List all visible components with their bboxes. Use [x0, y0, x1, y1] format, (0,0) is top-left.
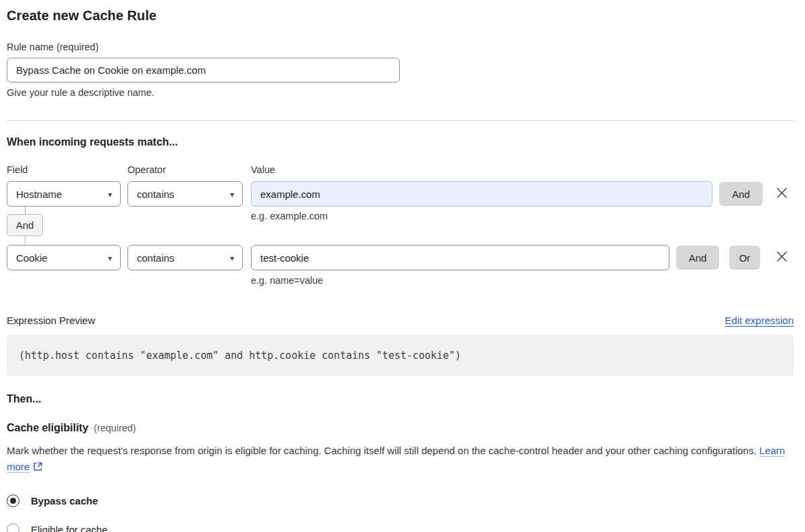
required-tag: (required)	[94, 423, 136, 433]
chevron-down-icon: ▾	[108, 253, 112, 262]
page-title: Create new Cache Rule	[7, 8, 794, 23]
connector-line	[25, 206, 25, 214]
remove-condition-button[interactable]	[773, 186, 790, 202]
chevron-down-icon: ▾	[108, 189, 112, 199]
radio-option-bypass-cache[interactable]: Bypass cache	[7, 494, 794, 507]
create-cache-rule-form: Create new Cache Rule Rule name (require…	[0, 0, 805, 532]
operator-select-value: contains	[137, 252, 174, 264]
description-text: Mark whether the request's response from…	[7, 445, 757, 456]
cache-eligibility-header: Cache eligibility (required)	[7, 422, 794, 434]
radio-unselected-icon[interactable]	[7, 523, 19, 532]
field-select[interactable]: Cookie ▾	[7, 245, 121, 270]
value-input[interactable]	[251, 245, 669, 270]
and-button[interactable]: And	[719, 182, 763, 206]
expression-preview-header: Expression Preview Edit expression	[7, 315, 794, 326]
cache-eligibility-description: Mark whether the request's response from…	[7, 443, 794, 476]
rule-name-label: Rule name (required)	[7, 42, 794, 52]
connector-line	[25, 236, 25, 246]
radio-label: Eligible for cache	[31, 524, 107, 532]
value-input[interactable]	[251, 181, 712, 207]
value-hint: e.g. name=value	[251, 275, 794, 286]
operator-select-value: contains	[137, 189, 174, 200]
field-select[interactable]: Hostname ▾	[7, 181, 121, 207]
radio-option-eligible-for-cache[interactable]: Eligible for cache	[7, 523, 794, 532]
field-column-label: Field	[7, 164, 127, 175]
expression-preview-label: Expression Preview	[7, 315, 95, 326]
cache-eligibility-title: Cache eligibility	[7, 422, 89, 434]
operator-column-label: Operator	[127, 164, 251, 175]
value-hint: e.g. example.com	[251, 211, 327, 221]
chevron-down-icon: ▾	[230, 253, 234, 262]
field-select-value: Cookie	[16, 252, 48, 264]
radio-selected-icon[interactable]	[7, 494, 19, 507]
chevron-down-icon: ▾	[230, 189, 234, 199]
value-column-label: Value	[251, 164, 275, 175]
row-connector-area: And e.g. example.com	[7, 207, 794, 245]
close-icon	[775, 187, 788, 201]
section-divider	[7, 120, 794, 121]
then-heading: Then...	[7, 393, 794, 405]
match-heading: When incoming requests match...	[7, 136, 794, 148]
edit-expression-link[interactable]: Edit expression	[724, 315, 794, 326]
or-button[interactable]: Or	[729, 246, 760, 270]
expression-code: (http.host contains "example.com" and ht…	[19, 350, 461, 362]
and-button[interactable]: And	[676, 246, 719, 270]
rule-name-help: Give your rule a descriptive name.	[7, 87, 794, 98]
radio-label: Bypass cache	[31, 495, 98, 507]
external-link-icon	[33, 460, 43, 476]
connector-and-button[interactable]: And	[7, 214, 43, 236]
operator-select[interactable]: contains ▾	[127, 245, 243, 270]
match-row: Cookie ▾ contains ▾ And Or	[7, 245, 794, 270]
field-select-value: Hostname	[16, 189, 62, 200]
remove-condition-button[interactable]	[773, 250, 790, 266]
expression-code-block: (http.host contains "example.com" and ht…	[7, 335, 794, 376]
rule-name-input[interactable]	[7, 58, 400, 83]
close-icon	[775, 250, 788, 265]
match-column-labels: Field Operator Value	[7, 164, 794, 175]
match-row: Hostname ▾ contains ▾ And	[7, 181, 794, 207]
operator-select[interactable]: contains ▾	[127, 181, 243, 207]
